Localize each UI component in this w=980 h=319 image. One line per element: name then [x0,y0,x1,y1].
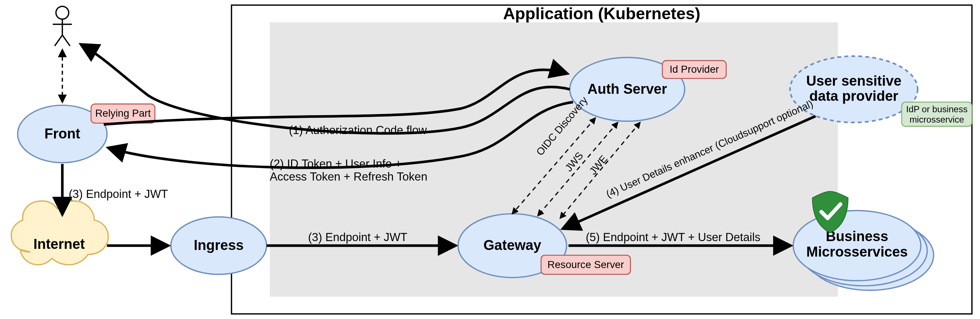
front-label: Front [45,126,80,141]
svg-text:Microsservices: Microsservices [807,244,908,260]
gateway-to-business-edge: (5) Endpoint + JWT + User Details [568,231,790,246]
ingress-label: Ingress [194,237,244,253]
internet-label: Internet [33,236,85,252]
architecture-diagram: Application (Kubernetes) Front Relying P… [0,0,980,319]
user-actor-icon [53,6,72,46]
edge-3a-label: (3) Endpoint + JWT [69,187,168,200]
svg-text:Resource Server: Resource Server [547,259,624,270]
svg-text:Business: Business [826,229,888,244]
edge-1-label: (1) Authorization Code flow [289,124,427,136]
svg-text:data provider: data provider [809,88,898,104]
ingress-node: Ingress [171,217,267,275]
svg-point-2 [56,6,69,19]
relying-part-badge: Relying Part [91,104,155,123]
container-title: Application (Kubernetes) [503,4,700,23]
svg-line-6 [62,35,70,46]
svg-text:Id Provider: Id Provider [670,63,719,75]
edge-3b-label: (3) Endpoint + JWT [308,231,407,244]
svg-text:User sensitive: User sensitive [807,73,902,89]
idp-business-badge: IdP or business microsservice [902,102,972,126]
svg-line-5 [55,35,62,46]
edge-2-label-l1: (2) ID Token + User Info + [270,157,401,170]
user-sensitive-node: User sensitive data provider [790,56,918,122]
auth-server-label: Auth Server [587,81,667,97]
svg-text:IdP or business: IdP or business [906,104,967,114]
id-provider-badge: Id Provider [662,60,726,78]
internet-node: Internet [11,201,108,265]
gateway-label: Gateway [484,237,541,253]
svg-text:microsservice: microsservice [910,114,964,124]
edge-5-label: (5) Endpoint + JWT + User Details [586,231,760,244]
resource-server-badge: Resource Server [541,255,630,275]
edge-2-label-l2: Access Token + Refresh Token [270,170,427,183]
svg-text:Relying Part: Relying Part [95,108,151,119]
